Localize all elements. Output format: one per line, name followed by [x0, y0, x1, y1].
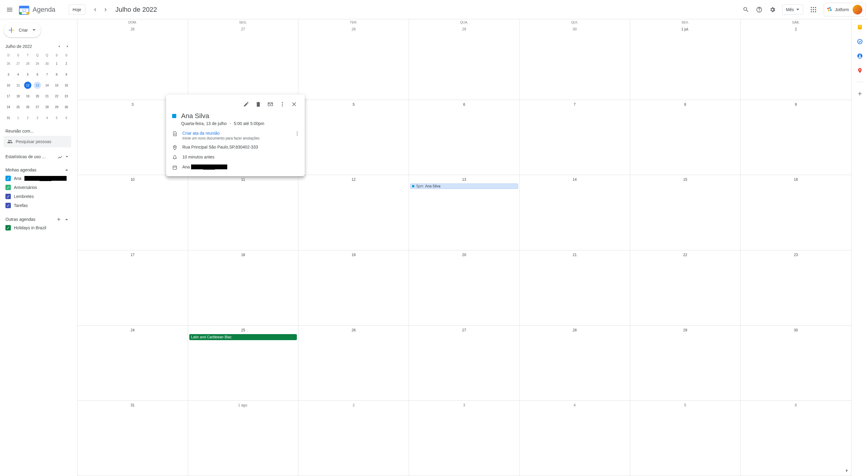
day-cell[interactable]: 26	[78, 25, 188, 100]
day-cell[interactable]: 26	[299, 326, 409, 401]
day-cell[interactable]: 7	[520, 100, 630, 175]
mini-day-cell[interactable]: 23	[61, 91, 71, 101]
mini-day-cell[interactable]: 1	[13, 113, 23, 123]
calendar-item[interactable]: ✓Ana████	[4, 174, 71, 183]
day-cell[interactable]: 25Latin and Caribbean Blac	[188, 326, 299, 401]
maps-icon[interactable]	[857, 67, 863, 73]
calendar-checkbox[interactable]: ✓	[5, 185, 11, 190]
plus-icon[interactable]	[56, 217, 61, 222]
day-cell[interactable]: 29	[409, 25, 520, 100]
day-cell[interactable]: 23	[741, 250, 851, 326]
day-cell[interactable]: 31	[78, 401, 188, 476]
mini-day-cell[interactable]: 12	[23, 80, 33, 91]
day-cell[interactable]: 17	[78, 250, 188, 326]
day-cell[interactable]: 15	[630, 175, 741, 250]
keep-icon[interactable]	[857, 24, 863, 30]
notes-options-button[interactable]	[294, 131, 300, 136]
mini-day-cell[interactable]: 25	[13, 101, 23, 113]
mini-day-cell[interactable]: 13	[33, 80, 42, 91]
my-calendars-header[interactable]: Minhas agendas	[4, 166, 71, 174]
day-cell[interactable]: 135pmAna Silva	[409, 175, 520, 250]
create-meeting-notes-link[interactable]: Criar ata da reunião	[182, 131, 290, 135]
event-chip[interactable]: 5pmAna Silva	[410, 184, 518, 189]
other-calendars-header[interactable]: Outras agendas	[4, 215, 71, 223]
mini-day-cell[interactable]: 28	[42, 101, 52, 113]
event-block[interactable]: Latin and Caribbean Blac	[189, 334, 297, 340]
mini-day-cell[interactable]: 31	[4, 113, 13, 123]
calendar-item[interactable]: ✓Holidays in Brazil	[4, 223, 71, 232]
jotform-extension[interactable]: Jotform	[824, 3, 866, 17]
mini-day-cell[interactable]: 17	[4, 91, 13, 101]
mini-day-cell[interactable]: 29	[33, 58, 42, 69]
calendar-item[interactable]: ✓Lembretes	[4, 192, 71, 201]
settings-button[interactable]	[767, 4, 778, 16]
day-cell[interactable]: 3	[409, 401, 520, 476]
mini-day-cell[interactable]: 6	[33, 69, 42, 80]
calendar-checkbox[interactable]: ✓	[5, 225, 11, 230]
search-button[interactable]	[740, 4, 752, 16]
delete-event-button[interactable]	[253, 99, 264, 110]
side-panel-collapse[interactable]	[844, 468, 850, 474]
mini-day-cell[interactable]: 3	[4, 69, 13, 80]
mini-day-cell[interactable]: 10	[4, 80, 13, 91]
day-cell[interactable]: 9	[741, 100, 851, 175]
day-cell[interactable]: 5	[299, 100, 409, 175]
day-cell[interactable]: 6	[741, 401, 851, 476]
calendar-item[interactable]: ✓Aniversários	[4, 183, 71, 192]
user-avatar[interactable]	[852, 5, 862, 14]
mini-day-cell[interactable]: 14	[42, 80, 52, 91]
mini-day-cell[interactable]: 3	[33, 113, 42, 123]
google-apps-button[interactable]	[807, 3, 820, 16]
mini-day-cell[interactable]: 30	[42, 58, 52, 69]
contacts-icon[interactable]	[857, 53, 863, 59]
mini-day-cell[interactable]: 30	[61, 101, 71, 113]
mini-day-cell[interactable]: 4	[13, 69, 23, 80]
mini-day-cell[interactable]: 20	[33, 91, 42, 101]
mini-day-cell[interactable]: 1	[52, 58, 61, 69]
search-people-input[interactable]: Pesquisar pessoas	[4, 136, 71, 147]
mini-day-cell[interactable]: 29	[52, 101, 61, 113]
tasks-icon[interactable]	[857, 38, 863, 44]
day-cell[interactable]: 19	[299, 250, 409, 326]
view-selector[interactable]: Mês	[782, 4, 803, 15]
mini-day-cell[interactable]: 2	[23, 113, 33, 123]
next-period-button[interactable]	[101, 5, 111, 14]
mini-day-cell[interactable]: 11	[13, 80, 23, 91]
mini-day-cell[interactable]: 7	[42, 69, 52, 80]
add-addon-icon[interactable]	[857, 91, 863, 97]
calendar-checkbox[interactable]: ✓	[5, 176, 11, 181]
mini-day-cell[interactable]: 8	[52, 69, 61, 80]
day-cell[interactable]: 27	[188, 25, 299, 100]
mini-day-cell[interactable]: 26	[4, 58, 13, 69]
day-cell[interactable]: 28	[299, 25, 409, 100]
day-cell[interactable]: 16	[741, 175, 851, 250]
mini-day-cell[interactable]: 4	[42, 113, 52, 123]
day-cell[interactable]: 1 jul.	[630, 25, 741, 100]
mini-next-month[interactable]	[64, 43, 71, 50]
edit-event-button[interactable]	[241, 99, 252, 110]
mini-day-cell[interactable]: 6	[61, 113, 71, 123]
day-cell[interactable]: 28	[520, 326, 630, 401]
today-button[interactable]: Hoje	[69, 4, 85, 15]
create-button[interactable]: Criar	[4, 23, 41, 37]
prev-period-button[interactable]	[90, 5, 100, 14]
day-cell[interactable]: 27	[409, 326, 520, 401]
mini-day-cell[interactable]: 2	[61, 58, 71, 69]
day-cell[interactable]: 1 ago.	[188, 401, 299, 476]
day-cell[interactable]: 30	[520, 25, 630, 100]
mini-day-cell[interactable]: 27	[33, 101, 42, 113]
email-event-button[interactable]	[265, 99, 276, 110]
day-cell[interactable]: 11	[188, 175, 299, 250]
day-cell[interactable]: 8	[630, 100, 741, 175]
mini-day-cell[interactable]: 9	[61, 69, 71, 80]
mini-day-cell[interactable]: 27	[13, 58, 23, 69]
mini-day-cell[interactable]: 15	[52, 80, 61, 91]
mini-day-cell[interactable]: 24	[4, 101, 13, 113]
day-cell[interactable]: 24	[78, 326, 188, 401]
help-button[interactable]	[753, 4, 765, 16]
mini-day-cell[interactable]: 28	[23, 58, 33, 69]
event-options-button[interactable]	[277, 99, 288, 110]
calendar-item[interactable]: ✓Tarefas	[4, 201, 71, 210]
day-cell[interactable]: 29	[630, 326, 741, 401]
mini-day-cell[interactable]: 21	[42, 91, 52, 101]
